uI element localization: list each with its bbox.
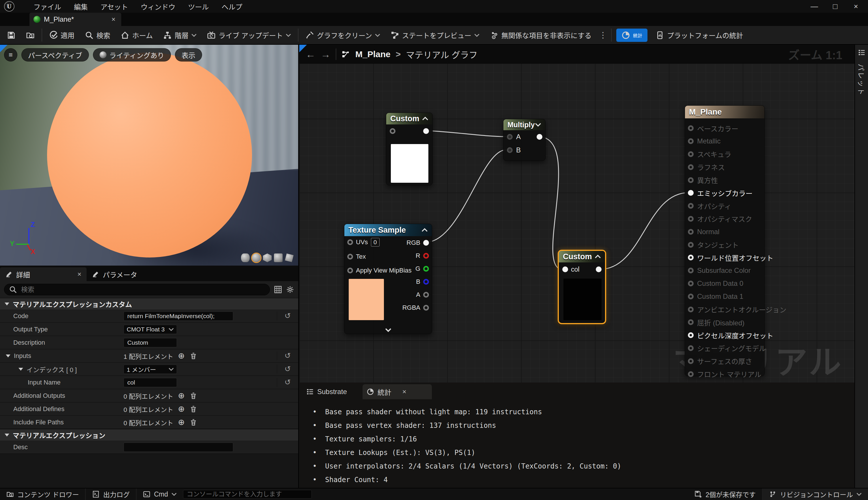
material-input-pin[interactable] — [688, 358, 694, 364]
result-pin-row[interactable]: ピクセル深度オフセット — [685, 329, 764, 342]
content-drawer-button[interactable]: コンテンツ ドロワー — [0, 488, 85, 500]
more-options-button[interactable]: ⋮ — [597, 30, 609, 40]
chevron-up-icon[interactable] — [595, 254, 601, 259]
material-input-pin[interactable] — [688, 281, 694, 286]
result-pin-row[interactable]: ベースカラー — [685, 122, 764, 135]
desc-input[interactable] — [124, 443, 233, 452]
input-pin-row[interactable]: B — [503, 144, 545, 157]
reset-to-default-button[interactable]: ↺ — [277, 378, 298, 387]
viewport-menu-button[interactable]: ≡ — [4, 48, 17, 61]
console-command-input[interactable] — [183, 490, 312, 499]
uvs-index-badge[interactable]: 0 — [371, 238, 380, 247]
input-pin[interactable] — [347, 254, 353, 260]
result-pin-row[interactable]: Metallic — [685, 135, 764, 148]
output-pin-row[interactable]: A — [416, 291, 429, 298]
preview-state-button[interactable]: ステートをプレビュー — [385, 26, 485, 44]
menu-item[interactable]: ツール — [183, 0, 214, 13]
result-pin-row[interactable]: タンジェント — [685, 238, 764, 251]
tex-input-row[interactable]: Tex — [347, 253, 366, 260]
rgba-output-pin[interactable] — [423, 305, 429, 311]
result-pin-row[interactable]: オパシティ — [685, 200, 764, 213]
stats-tab-close-icon[interactable]: × — [402, 388, 407, 396]
node-header[interactable]: M_Plane — [685, 106, 764, 118]
input-name-input[interactable]: col — [124, 378, 177, 387]
menu-item[interactable]: ウィンドウ — [136, 0, 181, 13]
result-pin-row[interactable]: ラフネス — [685, 160, 764, 173]
result-pin-row[interactable]: オパシティマスク — [685, 213, 764, 226]
reset-to-default-button[interactable]: ↺ — [277, 311, 298, 320]
material-input-pin[interactable] — [688, 229, 694, 235]
material-input-pin[interactable] — [688, 164, 694, 170]
material-input-pin[interactable] — [688, 268, 694, 273]
material-graph-canvas[interactable]: ← → M_Plane > マテリアル グラフ ズーム 1:1 マテリアル Cu… — [299, 45, 854, 488]
material-input-pin[interactable] — [688, 138, 694, 144]
node-custom-1[interactable]: Custom — [386, 113, 433, 185]
chevron-up-icon[interactable] — [421, 228, 428, 232]
result-pin-row[interactable]: スペキュラ — [685, 148, 764, 161]
palette-sidebar[interactable]: パレット — [854, 45, 868, 488]
output-pin-row[interactable]: RGB — [407, 239, 429, 247]
result-pin-row[interactable]: フロント マテリアル — [685, 367, 764, 380]
input-pin[interactable] — [507, 147, 513, 153]
input-pin[interactable] — [347, 268, 353, 273]
node-header[interactable]: Texture Sample — [344, 224, 432, 236]
tab-parameters[interactable]: パラメータ — [87, 267, 142, 281]
tab-details[interactable]: 詳細 × — [0, 267, 87, 281]
material-preview-viewport[interactable]: ≡ パースペクティブ ライティングあり 表示 Z Y X — [0, 45, 299, 265]
output-pin-row[interactable]: RGBA — [402, 304, 429, 311]
revision-control-button[interactable]: リビジョンコントロール — [763, 488, 868, 500]
delete-elements-icon[interactable] — [190, 405, 197, 413]
delete-elements-icon[interactable] — [190, 392, 197, 400]
r-output-pin[interactable] — [423, 253, 429, 259]
material-input-pin[interactable] — [688, 190, 694, 196]
index0-dropdown[interactable]: 1 メンバー — [124, 365, 177, 374]
node-header[interactable]: Custom — [559, 251, 605, 262]
node-custom-2-selected[interactable]: Custom col — [558, 250, 606, 324]
material-input-pin[interactable] — [688, 216, 694, 222]
gear-icon[interactable] — [286, 285, 294, 294]
clean-graph-button[interactable]: グラフをクリーン — [300, 26, 385, 44]
g-output-pin[interactable] — [423, 266, 429, 272]
material-input-pin[interactable] — [688, 319, 694, 325]
tab-substrate[interactable]: Substrate — [302, 384, 351, 399]
inputs-label[interactable]: Inputs — [0, 352, 124, 360]
material-input-pin[interactable] — [688, 177, 694, 183]
material-input-pin[interactable] — [688, 203, 694, 209]
expand-node-chevron-icon[interactable] — [385, 328, 392, 332]
result-pin-row[interactable]: サーフェスの厚さ — [685, 354, 764, 367]
unsaved-assets-button[interactable]: 2個が未保存です — [688, 488, 762, 500]
perspective-button[interactable]: パースペクティブ — [21, 48, 89, 61]
material-input-pin[interactable] — [688, 242, 694, 248]
result-pin-row[interactable]: エミッシブカラー — [685, 186, 764, 200]
input-pin[interactable] — [390, 128, 396, 134]
result-pin-row[interactable]: 異方性 — [685, 173, 764, 186]
search-button[interactable]: 検索 — [80, 26, 115, 44]
reset-to-default-button[interactable]: ↺ — [277, 351, 298, 360]
details-search-input[interactable] — [21, 285, 265, 294]
node-header[interactable]: Custom — [386, 113, 432, 124]
output-log-button[interactable]: 出力ログ — [86, 488, 136, 500]
lighting-mode-button[interactable]: ライティングあり — [93, 48, 171, 61]
description-input[interactable]: Custom — [124, 338, 177, 347]
tab-stats[interactable]: 統計 × — [363, 384, 432, 399]
output-pin[interactable] — [596, 266, 602, 272]
col-input-pin[interactable] — [562, 266, 568, 272]
result-pin-row[interactable]: Custom Data 0 — [685, 277, 764, 290]
forward-arrow-icon[interactable]: → — [321, 49, 331, 60]
add-element-button[interactable]: ⊕ — [178, 391, 184, 400]
output-pin[interactable] — [423, 128, 429, 134]
output-pin-row[interactable]: R — [416, 252, 429, 260]
result-pin-row[interactable]: シェーディングモデル — [685, 342, 764, 355]
output-pin-row[interactable]: G — [415, 265, 429, 273]
cylinder-shape-button[interactable] — [241, 253, 250, 262]
display-filter-icon[interactable] — [274, 285, 282, 294]
result-pin-row[interactable]: Normal — [685, 225, 764, 238]
result-pin-row[interactable]: アンビエントオクルージョン — [685, 303, 764, 316]
maximize-button[interactable]: □ — [826, 1, 844, 12]
section-material-expression[interactable]: マテリアルエクスプレッション — [0, 429, 298, 441]
section-material-expression-custom[interactable]: マテリアルエクスプレッションカスタム — [0, 298, 298, 309]
details-tab-close-icon[interactable]: × — [77, 270, 81, 278]
b-output-pin[interactable] — [423, 279, 429, 285]
save-button[interactable] — [0, 26, 21, 44]
mipbias-input-row[interactable]: Apply View MipBias — [347, 267, 412, 274]
